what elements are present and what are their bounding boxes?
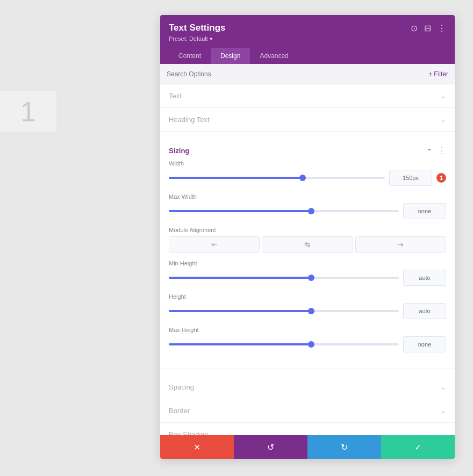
spacing-section-label: Spacing (169, 383, 194, 391)
min-height-slider-thumb[interactable] (308, 275, 314, 281)
heading-text-section-label: Heading Text (169, 116, 210, 124)
max-height-slider-thumb[interactable] (308, 341, 314, 348)
panel-header: Text Settings ⊙ ⊟ ⋮ Preset: Default ▾ Co… (160, 15, 455, 64)
min-height-slider-track[interactable] (169, 277, 399, 279)
height-slider-thumb[interactable] (308, 308, 314, 314)
sizing-header-icons: ⌄ ⋮ (427, 146, 446, 156)
max-height-value-input[interactable] (403, 336, 446, 352)
sizing-more-icon[interactable]: ⋮ (438, 146, 446, 156)
max-height-slider-track[interactable] (169, 343, 399, 345)
sizing-chevron-icon[interactable]: ⌄ (427, 147, 432, 155)
align-center-button[interactable]: ↹ (262, 236, 353, 253)
border-section-row[interactable]: Border ⌄ (160, 399, 455, 423)
max-width-value-input[interactable] (403, 203, 446, 219)
settings-icon[interactable]: ⊙ (411, 23, 418, 33)
align-right-icon: ⇥ (397, 240, 404, 249)
filter-button[interactable]: + Filter (428, 70, 448, 78)
redo-button[interactable]: ↻ (307, 435, 381, 459)
width-value-input[interactable] (389, 170, 432, 186)
width-slider-track[interactable] (169, 177, 385, 179)
max-height-label: Max Height (169, 327, 446, 333)
border-chevron-icon: ⌄ (441, 407, 446, 415)
min-height-field: Min Height (169, 260, 446, 286)
min-height-value-input[interactable] (403, 270, 446, 286)
width-label: Width (169, 160, 446, 167)
spacing-chevron-icon: ⌄ (441, 384, 446, 391)
module-alignment-label: Module Alignment (169, 227, 446, 233)
width-slider-thumb[interactable] (299, 175, 306, 181)
text-section-row[interactable]: Text ⌄ (160, 84, 455, 108)
box-shadow-section-row[interactable]: Box Shadow ⌄ (160, 423, 455, 435)
tab-content[interactable]: Content (169, 48, 211, 64)
height-label: Height (169, 293, 446, 300)
save-button[interactable]: ✓ (381, 435, 455, 459)
max-width-label: Max Width (169, 193, 446, 200)
width-field: Width 1 (169, 160, 446, 186)
panel-body: Text ⌄ Heading Text ⌄ Sizing ⌄ ⋮ Width (160, 84, 455, 435)
search-input[interactable] (167, 70, 428, 78)
box-shadow-section-label: Box Shadow (169, 430, 208, 435)
panel-title-icons: ⊙ ⊟ ⋮ (411, 23, 446, 33)
box-shadow-chevron-icon: ⌄ (441, 431, 446, 436)
text-section-label: Text (169, 92, 182, 100)
max-width-field: Max Width (169, 193, 446, 219)
tab-design[interactable]: Design (211, 48, 250, 64)
height-field: Height (169, 293, 446, 319)
max-width-slider-thumb[interactable] (308, 208, 314, 214)
cancel-button[interactable]: ✕ (160, 435, 234, 459)
sizing-title: Sizing (169, 147, 189, 155)
sidebar-number: 1 (0, 91, 56, 132)
width-badge: 1 (436, 173, 446, 183)
heading-text-chevron-icon: ⌄ (441, 116, 446, 124)
panel-footer: ✕ ↺ ↻ ✓ (160, 435, 455, 459)
height-slider-track[interactable] (169, 310, 399, 312)
tabs: Content Design Advanced (169, 48, 446, 64)
max-width-slider-track[interactable] (169, 210, 399, 212)
border-section-label: Border (169, 407, 190, 415)
tab-advanced[interactable]: Advanced (250, 48, 298, 64)
undo-button[interactable]: ↺ (234, 435, 307, 459)
min-height-label: Min Height (169, 260, 446, 266)
max-height-field: Max Height (169, 327, 446, 352)
module-alignment-field: Module Alignment ⇤ ↹ ⇥ (169, 227, 446, 253)
heading-text-section-row[interactable]: Heading Text ⌄ (160, 108, 455, 132)
alignment-buttons: ⇤ ↹ ⇥ (169, 236, 446, 253)
preset-label[interactable]: Preset: Default ▾ (169, 35, 446, 42)
text-chevron-icon: ⌄ (441, 92, 446, 100)
settings-panel: Text Settings ⊙ ⊟ ⋮ Preset: Default ▾ Co… (160, 15, 455, 459)
more-icon[interactable]: ⋮ (438, 23, 446, 33)
align-left-icon: ⇤ (211, 240, 218, 249)
align-left-button[interactable]: ⇤ (169, 236, 260, 253)
height-value-input[interactable] (403, 303, 446, 319)
spacing-section-row[interactable]: Spacing ⌄ (160, 376, 455, 399)
align-right-button[interactable]: ⇥ (355, 236, 446, 253)
align-center-icon: ↹ (304, 240, 311, 249)
columns-icon[interactable]: ⊟ (424, 23, 431, 33)
sizing-section: Sizing ⌄ ⋮ Width 1 (160, 138, 455, 369)
panel-title: Text Settings (169, 23, 225, 33)
sizing-header: Sizing ⌄ ⋮ (169, 138, 446, 160)
search-bar: + Filter (160, 64, 455, 84)
